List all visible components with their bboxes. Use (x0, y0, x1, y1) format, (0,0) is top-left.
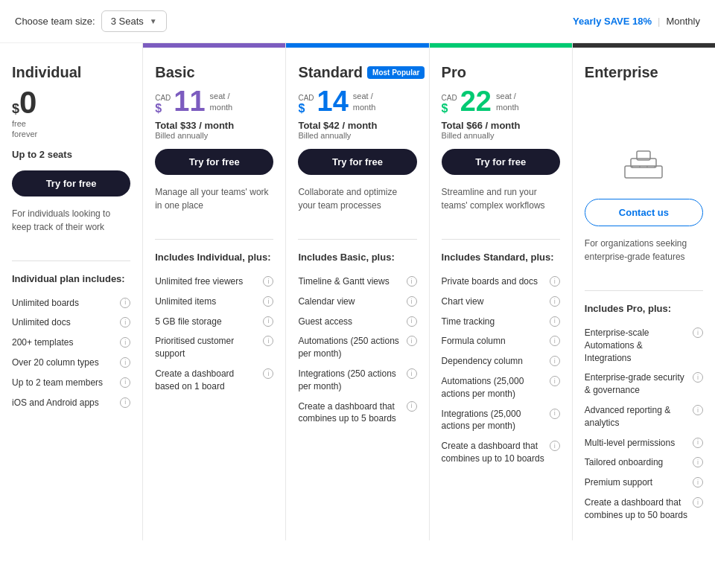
plan-divider (442, 239, 560, 240)
feature-item: 5 GB file storage i (155, 312, 273, 332)
plan-top-bar (286, 43, 428, 48)
price-amount: 11 (174, 87, 205, 115)
plan-description: Collaborate and optimize your team proce… (298, 185, 416, 221)
info-icon[interactable]: i (407, 316, 417, 327)
try-free-button-basic[interactable]: Try for free (155, 149, 273, 175)
feature-text: Advanced reporting & analytics (585, 404, 690, 429)
enterprise-price-placeholder (585, 87, 703, 132)
feature-text: Unlimited boards (12, 297, 117, 310)
info-icon[interactable]: i (693, 372, 703, 383)
info-icon[interactable]: i (120, 357, 130, 368)
feature-item: 200+ templates i (12, 333, 130, 353)
info-icon[interactable]: i (120, 377, 130, 388)
feature-text: Enterprise-grade security & governance (585, 371, 690, 397)
feature-item: Time tracking i (442, 312, 560, 332)
info-icon[interactable]: i (693, 405, 703, 415)
try-free-button-standard[interactable]: Try for free (298, 149, 416, 175)
price-currency: $ (155, 102, 162, 115)
info-icon[interactable]: i (693, 327, 703, 338)
info-icon[interactable]: i (693, 477, 703, 488)
feature-item: Multi-level permissions i (585, 433, 703, 453)
info-icon[interactable]: i (407, 276, 417, 287)
feature-item: Chart view i (442, 292, 560, 312)
info-icon[interactable]: i (693, 497, 703, 508)
plan-name-enterprise: Enterprise (585, 64, 703, 81)
feature-list: Unlimited free viewers i Unlimited items… (155, 272, 273, 397)
info-icon[interactable]: i (550, 276, 560, 287)
price-row: CAD $ 22 seat /month (442, 87, 560, 115)
info-icon[interactable]: i (550, 316, 560, 327)
info-icon[interactable]: i (693, 438, 703, 448)
plan-name-pro: Pro (442, 64, 560, 81)
team-size-select[interactable]: 3 Seats ▼ (101, 10, 167, 32)
feature-item: Premium support i (585, 473, 703, 493)
info-icon[interactable]: i (263, 368, 273, 379)
price-row: CAD $ 11 seat /month (155, 87, 273, 115)
info-icon[interactable]: i (120, 298, 130, 308)
plan-description: Manage all your teams' work in one place (155, 185, 273, 221)
price-subtext: freeforever (12, 118, 130, 140)
info-icon[interactable]: i (263, 296, 273, 307)
feature-item: Tailored onboarding i (585, 453, 703, 473)
plan-name-text: Basic (155, 64, 194, 81)
try-free-button-individual[interactable]: Try for free (12, 170, 130, 196)
price-currency: $ (442, 102, 448, 115)
toggle-divider: | (658, 16, 660, 27)
plan-card-standard: Standard Most Popular CAD $ 14 seat /mon… (286, 43, 429, 540)
feature-item: Unlimited items i (155, 292, 273, 312)
feature-item: Enterprise-grade security & governance i (585, 368, 703, 400)
info-icon[interactable]: i (263, 336, 273, 346)
price-total: Total $66 / month (442, 120, 560, 131)
info-icon[interactable]: i (550, 409, 560, 419)
info-icon[interactable]: i (120, 337, 130, 348)
plan-card-basic: Basic CAD $ 11 seat /month Total $33 / m… (143, 43, 286, 540)
plan-divider (155, 239, 273, 240)
feature-text: 200+ templates (12, 336, 117, 349)
seats-label: Up to 2 seats (12, 149, 130, 160)
info-icon[interactable]: i (550, 441, 560, 451)
info-icon[interactable]: i (407, 296, 417, 307)
feature-text: iOS and Android apps (12, 397, 117, 409)
info-icon[interactable]: i (407, 336, 417, 346)
info-icon[interactable]: i (407, 368, 417, 379)
feature-text: Create a dashboard based on 1 board (155, 368, 260, 393)
contact-button[interactable]: Contact us (585, 199, 703, 226)
plan-top-bar (430, 43, 572, 48)
info-icon[interactable]: i (693, 457, 703, 467)
info-icon[interactable]: i (263, 276, 273, 287)
feature-item: Unlimited boards i (12, 293, 130, 313)
info-icon[interactable]: i (263, 316, 273, 327)
feature-text: Timeline & Gantt views (298, 275, 403, 288)
feature-text: Dependency column (442, 355, 547, 368)
plan-top-bar (143, 43, 285, 48)
feature-text: Time tracking (442, 316, 547, 328)
price-currency: $ (298, 102, 305, 115)
try-free-button-pro[interactable]: Try for free (442, 149, 560, 175)
feature-text: Create a dashboard that combines up to 1… (442, 440, 547, 465)
feature-text: Up to 2 team members (12, 377, 117, 389)
plan-name-basic: Basic (155, 64, 273, 81)
monthly-billing-label[interactable]: Monthly (666, 16, 700, 27)
price-billed: Billed annually (298, 131, 416, 140)
info-icon[interactable]: i (550, 376, 560, 386)
feature-item: Create a dashboard that combines up to 5… (585, 493, 703, 525)
feature-list: Timeline & Gantt views i Calendar view i… (298, 272, 416, 429)
info-icon[interactable]: i (407, 401, 417, 412)
feature-text: Calendar view (298, 295, 403, 308)
feature-text: Create a dashboard that combines up to 5… (298, 400, 403, 426)
most-popular-badge: Most Popular (367, 66, 425, 79)
price-cad: CAD (155, 94, 171, 102)
info-icon[interactable]: i (550, 336, 560, 346)
feature-text: Formula column (442, 335, 547, 348)
feature-item: Over 20 column types i (12, 353, 130, 373)
feature-text: Unlimited free viewers (155, 275, 260, 288)
price-unit: seat /month (353, 91, 376, 112)
price-unit: seat /month (496, 91, 519, 112)
team-size-value: 3 Seats (111, 16, 144, 27)
info-icon[interactable]: i (120, 397, 130, 408)
info-icon[interactable]: i (120, 317, 130, 327)
yearly-billing-label[interactable]: Yearly SAVE 18% (573, 16, 652, 27)
info-icon[interactable]: i (550, 296, 560, 307)
info-icon[interactable]: i (550, 356, 560, 366)
feature-item: Up to 2 team members i (12, 373, 130, 393)
